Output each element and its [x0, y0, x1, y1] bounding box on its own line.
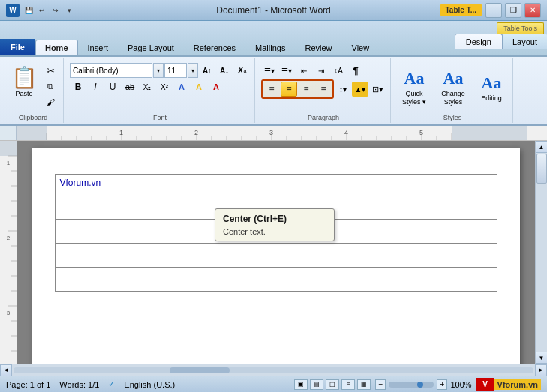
logo-icon-red: V — [476, 378, 494, 391]
table-tools-label: Table T... — [440, 4, 483, 16]
sort-button[interactable]: ↕A — [330, 63, 347, 78]
table-cell-r4c1[interactable] — [55, 268, 305, 292]
font-name-input[interactable] — [70, 63, 152, 78]
paste-icon: 📋 — [11, 67, 38, 88]
align-right-button[interactable]: ≡ — [298, 82, 314, 97]
bullets-button[interactable]: ☰▾ — [261, 63, 278, 78]
group-paragraph: ☰▾ ☰▾ ⇤ ⇥ ↕A ¶ ≡ ≡ ≡ ≡ ↕▾ ▲▾ — [257, 58, 391, 123]
content-area: 1 2 3 Vforum.vn — [0, 141, 547, 364]
language-display[interactable]: English (U.S.) — [124, 380, 175, 389]
minimize-btn[interactable]: − — [485, 3, 502, 18]
table-cell-r3c1[interactable] — [55, 244, 305, 268]
tab-mailings[interactable]: Mailings — [245, 40, 295, 55]
text-highlight-button[interactable]: A — [191, 79, 207, 94]
paste-button[interactable]: 📋 Paste — [8, 63, 41, 102]
table-cell-r3c2[interactable] — [305, 244, 353, 268]
table-cell-r1c3[interactable] — [353, 175, 401, 220]
tab-review[interactable]: Review — [295, 40, 341, 55]
redo-quick-btn[interactable]: ↪ — [50, 4, 62, 16]
tab-references[interactable]: References — [184, 40, 245, 55]
table-cell-r2c3[interactable] — [353, 220, 401, 244]
scroll-up-btn[interactable]: ▲ — [536, 141, 548, 153]
copy-button[interactable]: ⧉ — [42, 79, 59, 94]
undo-quick-btn[interactable]: ↩ — [36, 4, 48, 16]
borders-button[interactable]: ⊡▾ — [369, 82, 386, 97]
vforum-logo-text[interactable]: Vforum.vn — [494, 379, 541, 390]
grow-font-button[interactable]: A↑ — [199, 63, 215, 78]
align-center-button[interactable]: ≡ — [281, 82, 297, 97]
table-cell-r2c5[interactable] — [449, 220, 497, 244]
print-layout-btn[interactable]: ▣ — [294, 379, 308, 390]
save-quick-btn[interactable]: 💾 — [23, 4, 35, 16]
tab-page-layout[interactable]: Page Layout — [118, 40, 184, 55]
shading-button[interactable]: ▲▾ — [352, 82, 368, 97]
quick-styles-button[interactable]: Aa QuickStyles ▾ — [397, 63, 431, 112]
font-content: ▾ ▾ A↑ A↓ ✗a B I U ab X₂ X² A A A — [70, 60, 250, 121]
table-cell-r4c3[interactable] — [353, 268, 401, 292]
align-group-highlight: ≡ ≡ ≡ ≡ — [261, 79, 334, 99]
scroll-thumb[interactable] — [536, 154, 547, 184]
strikethrough-button[interactable]: ab — [122, 79, 138, 94]
tab-insert[interactable]: Insert — [78, 40, 119, 55]
shrink-font-button[interactable]: A↓ — [216, 63, 233, 78]
font-size-dropdown[interactable]: ▾ — [188, 63, 198, 78]
editing-button[interactable]: Aa Editing — [475, 63, 508, 112]
zoom-out-btn[interactable]: − — [375, 379, 386, 390]
scroll-down-btn[interactable]: ▼ — [536, 352, 548, 364]
change-styles-icon: Aa — [443, 69, 464, 88]
outline-btn[interactable]: ≡ — [341, 379, 355, 390]
table-cell-r4c2[interactable] — [305, 268, 353, 292]
title-bar-right: Table T... − ❐ ✕ — [440, 3, 542, 18]
restore-btn[interactable]: ❐ — [505, 3, 521, 18]
line-spacing-button[interactable]: ↕▾ — [335, 82, 351, 97]
format-painter-button[interactable]: 🖌 — [42, 94, 59, 109]
show-hide-button[interactable]: ¶ — [347, 63, 364, 78]
table-cell-r3c4[interactable] — [401, 244, 449, 268]
table-cell-r2c4[interactable] — [401, 220, 449, 244]
superscript-button[interactable]: X² — [156, 79, 173, 94]
table-cell-r3c5[interactable] — [449, 244, 497, 268]
bold-button[interactable]: B — [70, 79, 86, 94]
close-btn[interactable]: ✕ — [524, 3, 541, 18]
cut-button[interactable]: ✂ — [42, 63, 59, 78]
scroll-left-btn[interactable]: ◄ — [0, 364, 12, 376]
zoom-bar[interactable] — [389, 382, 434, 388]
table-cell-r3c3[interactable] — [353, 244, 401, 268]
zoom-in-btn[interactable]: + — [437, 379, 447, 390]
font-color-button[interactable]: A — [208, 79, 224, 94]
tab-file[interactable]: File — [0, 39, 35, 55]
decrease-indent-button[interactable]: ⇤ — [296, 63, 312, 78]
status-left: Page: 1 of 1 Words: 1/1 ✓ English (U.S.) — [6, 379, 175, 389]
tab-home[interactable]: Home — [35, 40, 78, 55]
h-scroll-track[interactable] — [14, 367, 533, 373]
tab-layout[interactable]: Layout — [503, 34, 547, 49]
subscript-button[interactable]: X₂ — [139, 79, 155, 94]
font-size-input[interactable] — [164, 63, 187, 78]
numbering-button[interactable]: ☰▾ — [278, 63, 295, 78]
justify-button[interactable]: ≡ — [315, 82, 332, 97]
document-area[interactable]: Vforum.vn — [17, 141, 535, 364]
full-reading-btn[interactable]: ▤ — [310, 379, 323, 390]
font-name-dropdown[interactable]: ▾ — [153, 63, 164, 78]
svg-text:1: 1 — [119, 129, 123, 136]
underline-button[interactable]: U — [104, 79, 121, 94]
scroll-track[interactable] — [536, 153, 548, 352]
web-layout-btn[interactable]: ◫ — [326, 379, 339, 390]
increase-indent-button[interactable]: ⇥ — [313, 63, 329, 78]
clear-format-button[interactable]: ✗a — [233, 63, 250, 78]
italic-button[interactable]: I — [87, 79, 104, 94]
tab-design[interactable]: Design — [455, 34, 503, 49]
text-effects-button[interactable]: A — [173, 79, 190, 94]
scroll-right-btn[interactable]: ► — [535, 364, 547, 376]
customize-quick-btn[interactable]: ▾ — [63, 4, 75, 16]
table-cell-r1c4[interactable] — [401, 175, 449, 220]
spell-check-icon[interactable]: ✓ — [108, 379, 115, 389]
tab-view[interactable]: View — [342, 40, 380, 55]
align-left-button[interactable]: ≡ — [263, 82, 280, 97]
table-cell-r4c5[interactable] — [449, 268, 497, 292]
change-styles-button[interactable]: Aa Change Styles — [434, 63, 472, 112]
h-scroll-thumb[interactable] — [170, 367, 230, 373]
draft-btn[interactable]: ▦ — [357, 379, 371, 390]
table-cell-r1c5[interactable] — [449, 175, 497, 220]
table-cell-r4c4[interactable] — [401, 268, 449, 292]
